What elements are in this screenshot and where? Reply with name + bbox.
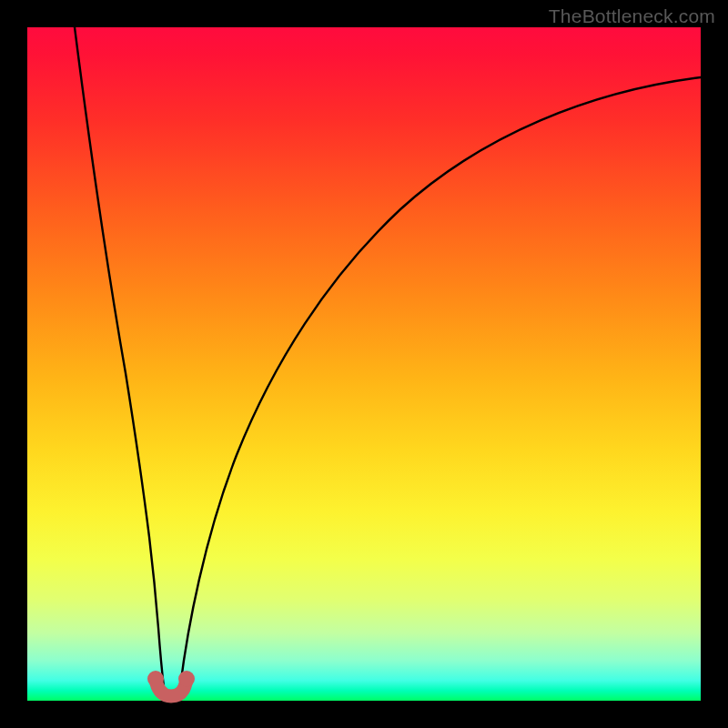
curve-right-branch [180, 77, 701, 687]
curve-left-branch [75, 27, 164, 687]
valley-u-marker [147, 671, 195, 696]
chart-frame: TheBottleneck.com [0, 0, 728, 728]
svg-point-1 [178, 671, 195, 687]
curve-layer [27, 27, 701, 701]
watermark-text: TheBottleneck.com [549, 5, 715, 27]
plot-area [27, 27, 701, 701]
